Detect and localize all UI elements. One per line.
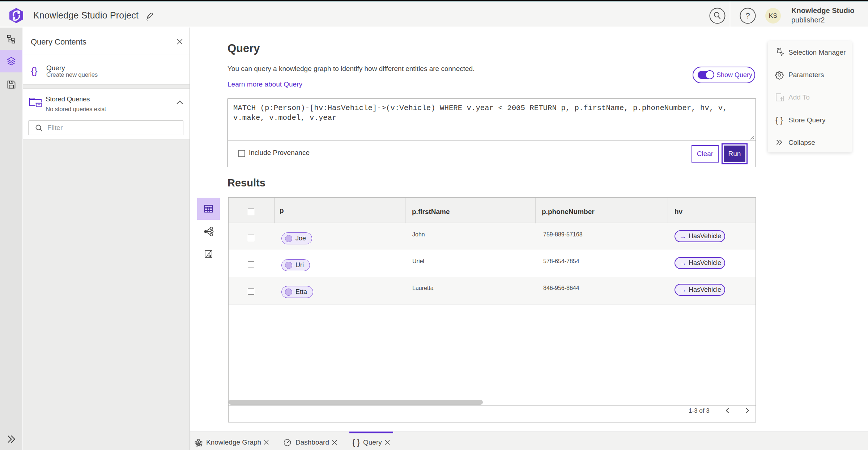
svg-text:?: ?: [745, 11, 750, 20]
